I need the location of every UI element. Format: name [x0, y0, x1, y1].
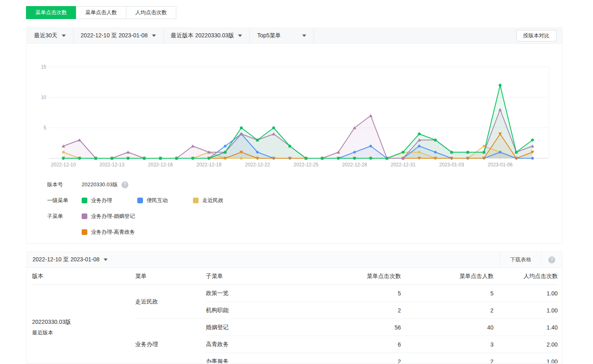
sub-items-1: 业务办理-婚姻登记	[82, 213, 160, 220]
legend-swatch	[82, 213, 87, 219]
svg-text:2022-12-28: 2022-12-28	[342, 162, 367, 168]
help-icon[interactable]: ?	[548, 256, 555, 263]
legend-item[interactable]: 业务办理-高青政务	[82, 228, 135, 236]
col-submenu: 子菜单	[206, 268, 320, 285]
legend-level1-row: 一级菜单 业务办理便民互动走近民政	[47, 197, 562, 204]
clicks-cell: 5	[320, 285, 401, 302]
svg-text:5: 5	[43, 125, 46, 131]
svg-text:2022-12-22: 2022-12-22	[245, 162, 270, 168]
table-date-range-label: 2022-12-10 至 2023-01-08	[32, 256, 100, 263]
table-date-range-dropdown[interactable]: 2022-12-10 至 2023-01-08	[27, 252, 500, 267]
version-tag: 最近版本	[32, 329, 135, 336]
svg-text:2022-12-10: 2022-12-10	[51, 162, 76, 168]
metric-tabs: 菜单点击次数 菜单点击人数 人均点击次数	[26, 6, 176, 19]
filter-bar: 最近30天 2022-12-10 至 2023-01-08 最近版本 20220…	[27, 28, 562, 44]
svg-text:15: 15	[41, 64, 47, 70]
download-table-button[interactable]: 下载表格	[500, 252, 541, 267]
table-header-bar: 2022-12-10 至 2023-01-08 下载表格 ?	[27, 252, 562, 268]
chevron-down-icon	[104, 258, 108, 261]
legend-item-label: 走近民政	[202, 197, 223, 204]
users-cell: 40	[401, 319, 493, 336]
legend-swatch	[82, 198, 87, 203]
chevron-down-icon	[238, 34, 242, 37]
svg-text:2022-12-25: 2022-12-25	[294, 162, 319, 168]
chevron-down-icon	[302, 34, 306, 37]
chart-legend: 版本号 20220330.03版 ? 一级菜单 业务办理便民互动走近民政 子菜单…	[27, 175, 562, 236]
col-avg: 人均点击次数	[493, 268, 558, 285]
version-dropdown-label: 最近版本 20220330.03版	[171, 32, 234, 39]
table-row: 20220330.03版最近版本走近民政政策一览551.00	[32, 285, 558, 302]
sub-cell: 办事服务	[206, 353, 320, 364]
col-menu: 菜单	[135, 268, 206, 285]
clicks-cell: 2	[320, 302, 401, 319]
legend-item[interactable]: 业务办理-婚姻登记	[82, 213, 135, 220]
top5-dropdown[interactable]: Top5菜单	[250, 28, 314, 43]
svg-text:2023-01-03: 2023-01-03	[439, 162, 464, 168]
level1-label: 一级菜单	[47, 197, 82, 204]
date-range-dropdown[interactable]: 2022-12-10 至 2023-01-08	[74, 28, 164, 43]
legend-swatch	[82, 229, 87, 235]
range-dropdown[interactable]: 最近30天	[27, 28, 74, 43]
legend-swatch	[137, 198, 143, 203]
avg-cell: 1.40	[493, 319, 558, 336]
avg-cell: 2.00	[493, 336, 558, 353]
compare-by-version-button[interactable]: 按版本对比	[516, 30, 556, 41]
sub-cell: 婚姻登记	[206, 319, 320, 336]
legend-item-label: 业务办理-婚姻登记	[91, 213, 135, 220]
users-cell: 3	[401, 336, 493, 353]
legend-item[interactable]: 便民互动	[137, 197, 168, 204]
version-cell: 20220330.03版最近版本	[32, 285, 135, 364]
legend-item[interactable]: 业务办理	[82, 197, 112, 204]
svg-text:10: 10	[41, 95, 47, 100]
legend-item[interactable]: 走近民政	[193, 197, 223, 204]
legend-version-row: 版本号 20220330.03版 ?	[47, 181, 562, 188]
stats-table: 版本 菜单 子菜单 菜单点击次数 菜单点击人数 人均点击次数 20220330.…	[32, 268, 558, 364]
legend-item-label: 业务办理-高青政务	[91, 228, 135, 236]
table-card: 2022-12-10 至 2023-01-08 下载表格 ? 版本 菜单 子菜单…	[26, 252, 563, 364]
avg-cell: 1.00	[493, 302, 558, 319]
date-range-label: 2022-12-10 至 2023-01-08	[81, 32, 148, 39]
legend-item-label: 业务办理	[91, 197, 112, 204]
version-dropdown[interactable]: 最近版本 20220330.03版	[164, 28, 250, 43]
clicks-cell: 56	[320, 319, 401, 336]
svg-text:2022-12-13: 2022-12-13	[100, 162, 125, 168]
version-name: 20220330.03版	[32, 319, 135, 326]
version-value: 20220330.03版	[82, 181, 118, 188]
users-cell: 2	[401, 302, 493, 319]
svg-text:2022-12-16: 2022-12-16	[148, 162, 173, 168]
sub-items-2: 业务办理-高青政务	[82, 228, 160, 236]
col-users: 菜单点击人数	[401, 268, 493, 285]
legend-swatch	[193, 198, 199, 203]
sub-cell: 高青政务	[206, 336, 320, 353]
legend-item-label: 便民互动	[147, 197, 168, 204]
sub-cell: 机构职能	[206, 302, 320, 319]
level1-items: 业务办理便民互动走近民政	[82, 197, 249, 204]
menu-cell: 走近民政	[135, 285, 206, 319]
top5-dropdown-label: Top5菜单	[257, 32, 281, 39]
avg-cell: 1.00	[493, 353, 558, 364]
chevron-down-icon	[152, 34, 156, 37]
tab-avg-clicks[interactable]: 人均点击次数	[126, 6, 176, 19]
users-cell: 5	[401, 285, 493, 302]
version-label: 版本号	[47, 181, 82, 188]
line-chart: 510152022-12-102022-12-132022-12-162022-…	[27, 44, 562, 175]
line-chart-svg: 510152022-12-102022-12-132022-12-162022-…	[27, 49, 562, 174]
legend-sub-row-2: 业务办理-高青政务	[47, 228, 562, 236]
table-header-row: 版本 菜单 子菜单 菜单点击次数 菜单点击人数 人均点击次数	[32, 268, 558, 285]
tab-menu-users[interactable]: 菜单点击人数	[76, 6, 126, 19]
svg-text:2023-01-06: 2023-01-06	[488, 162, 513, 168]
sub-label: 子菜单	[47, 213, 82, 220]
col-version: 版本	[32, 268, 135, 285]
clicks-cell: 2	[320, 353, 401, 364]
col-clicks: 菜单点击次数	[320, 268, 401, 285]
tab-menu-clicks[interactable]: 菜单点击次数	[26, 6, 76, 19]
help-icon[interactable]: ?	[121, 181, 128, 188]
menu-cell: 业务办理	[135, 319, 206, 364]
avg-cell: 1.00	[493, 285, 558, 302]
svg-text:2022-12-19: 2022-12-19	[197, 162, 222, 168]
users-cell: 2	[401, 353, 493, 364]
svg-text:2022-12-31: 2022-12-31	[391, 162, 416, 168]
range-dropdown-label: 最近30天	[34, 32, 58, 39]
chevron-down-icon	[62, 34, 66, 37]
sub-cell: 政策一览	[206, 285, 320, 302]
